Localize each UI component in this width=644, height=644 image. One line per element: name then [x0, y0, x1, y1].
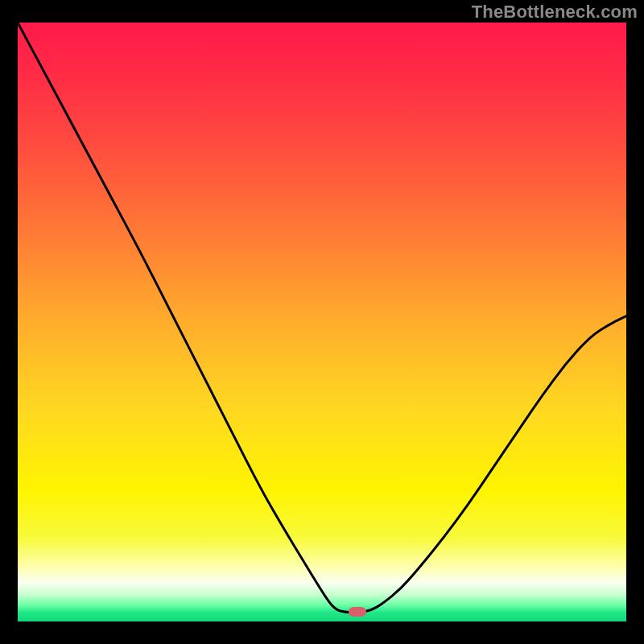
trough-marker	[349, 607, 366, 617]
chart-container: TheBottleneck.com	[0, 0, 644, 644]
watermark-label: TheBottleneck.com	[472, 2, 638, 23]
plot-svg	[18, 23, 626, 621]
plot-area	[18, 23, 626, 621]
gradient-background	[18, 23, 626, 621]
